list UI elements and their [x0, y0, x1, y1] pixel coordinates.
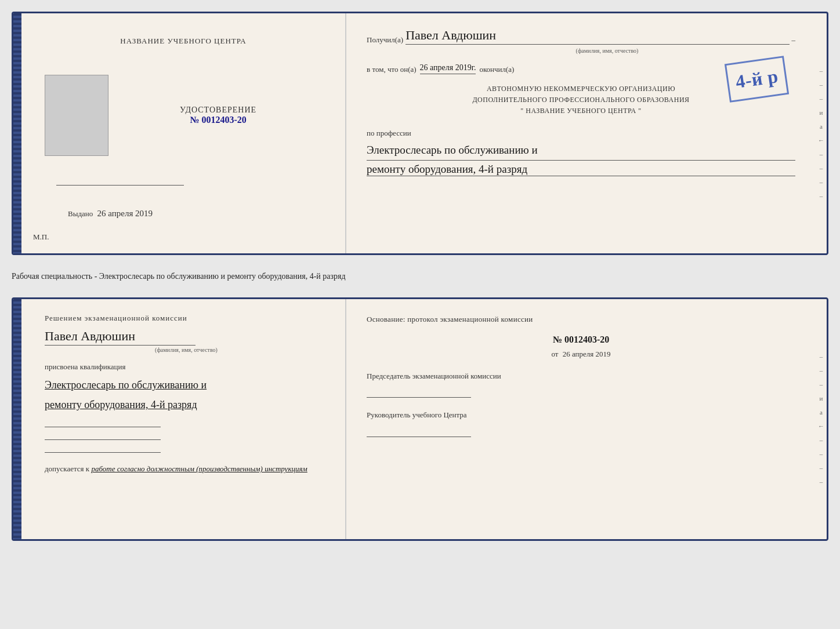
fio-label-top: (фамилия, имя, отчество) — [419, 48, 795, 54]
profession-line2: ремонту оборудования, 4-й разряд — [367, 163, 795, 176]
rukovoditel-label: Руководитель учебного Центра — [367, 409, 795, 421]
middle-text: Рабочая специальность - Электрослесарь п… — [12, 264, 828, 288]
poluchil-line: Получил(а) Павел Авдюшин – — [367, 28, 795, 45]
sig-line-1 — [45, 417, 161, 427]
vydano-label: Выдано — [68, 209, 93, 218]
right-side-marks-bottom: – – – и а ← – – – – — [816, 299, 827, 539]
bottom-right-panel: Основание: протокол экзаменационной коми… — [346, 299, 816, 539]
qualification-line1: Электрослесарь по обслуживанию и — [45, 375, 322, 395]
dopuskaetsya-value: работе согласно должностным (производств… — [91, 464, 307, 473]
protokol-number: № 0012403-20 — [367, 335, 795, 345]
po-professii-label: по профессии — [367, 129, 795, 138]
vtom-date: 26 апреля 2019г. — [420, 63, 476, 74]
rukovoditel-sig-line — [367, 426, 471, 437]
vtom-label: в том, что он(а) — [367, 65, 417, 74]
poluchil-label: Получил(а) — [367, 35, 403, 45]
stamp-number: 4-й р — [734, 63, 780, 95]
predsedatel-label: Председатель экзаменационной комиссии — [367, 370, 795, 382]
photo-placeholder — [45, 75, 108, 156]
udostoverenie-label: УДОСТОВЕРЕНИЕ — [180, 106, 256, 115]
vydano-line: Выдано 26 апреля 2019 — [68, 209, 184, 219]
bottom-person-name: Павел Авдюшин — [45, 329, 195, 346]
dopuskaetsya-label: допускается к — [45, 464, 89, 473]
fio-label-bottom: (фамилия, имя, отчество) — [50, 347, 322, 353]
recipient-name: Павел Авдюшин — [405, 28, 789, 45]
udostoverenie-number: № 0012403-20 — [180, 115, 256, 125]
training-center-top-label: НАЗВАНИЕ УЧЕБНОГО ЦЕНТРА — [120, 37, 246, 46]
page-wrapper: НАЗВАНИЕ УЧЕБНОГО ЦЕНТРА УДОСТОВЕРЕНИЕ №… — [12, 12, 828, 541]
rukovoditel-block: Руководитель учебного Центра — [367, 409, 795, 437]
bottom-left-spine — [13, 299, 21, 539]
dash-top: – — [792, 35, 796, 45]
ot-line: от 26 апреля 2019 — [367, 350, 795, 359]
po-professii-block: по профессии Электрослесарь по обслужива… — [367, 129, 795, 176]
top-left-panel: НАЗВАНИЕ УЧЕБНОГО ЦЕНТРА УДОСТОВЕРЕНИЕ №… — [21, 13, 346, 253]
prisvoena-label: присвоена квалификация — [45, 362, 322, 372]
ot-date: 26 апреля 2019 — [563, 350, 611, 358]
left-spine — [13, 13, 21, 253]
predsedatel-sig-line — [367, 386, 471, 398]
stamp-overlay: 4-й р — [724, 56, 789, 103]
predsedatel-block: Председатель экзаменационной комиссии — [367, 370, 795, 398]
udostoverenie-block: УДОСТОВЕРЕНИЕ № 0012403-20 — [180, 106, 256, 125]
mp-label: М.П. — [33, 232, 49, 242]
okonchil-label: окончил(а) — [479, 65, 514, 74]
osnovanie-label: Основание: протокол экзаменационной коми… — [367, 314, 795, 325]
dopuskaetsya-block: допускается к работе согласно должностны… — [45, 464, 322, 474]
sig-line-2 — [45, 430, 161, 440]
vydano-date: 26 апреля 2019 — [97, 209, 153, 218]
qualification-line2: ремонту оборудования, 4-й разряд — [45, 395, 322, 415]
bottom-document: Решением экзаменационной комиссии Павел … — [12, 297, 828, 541]
ot-label: от — [551, 350, 558, 358]
reshenie-label: Решением экзаменационной комиссии — [45, 314, 322, 323]
profession-line1: Электрослесарь по обслуживанию и — [367, 140, 795, 161]
top-document: НАЗВАНИЕ УЧЕБНОГО ЦЕНТРА УДОСТОВЕРЕНИЕ №… — [12, 12, 828, 255]
top-right-panel: Получил(а) Павел Авдюшин – (фамилия, имя… — [346, 13, 816, 253]
sig-line-3 — [45, 442, 161, 453]
bottom-left-panel: Решением экзаменационной комиссии Павел … — [21, 299, 346, 539]
stamp-line3: " НАЗВАНИЕ УЧЕБНОГО ЦЕНТРА " — [367, 106, 795, 117]
right-side-marks-top: – – – и а ← – – – – — [816, 13, 827, 253]
